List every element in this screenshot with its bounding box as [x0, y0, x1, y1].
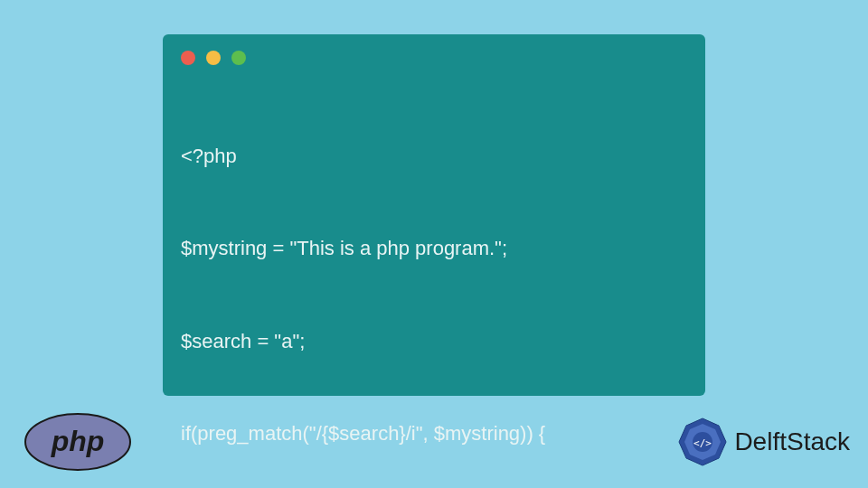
code-line: $mystring = "This is a php program."; [181, 233, 687, 264]
svg-point-9 [715, 455, 720, 459]
svg-point-10 [701, 461, 705, 465]
svg-point-7 [715, 426, 720, 430]
code-window: <?php $mystring = "This is a php program… [163, 34, 705, 396]
close-icon [181, 51, 195, 65]
minimize-icon [206, 51, 221, 65]
maximize-icon [231, 51, 246, 65]
php-logo-icon: php [24, 412, 132, 472]
svg-point-11 [686, 455, 691, 459]
delftstack-icon: </> [676, 416, 729, 468]
code-line: $search = "a"; [181, 326, 687, 357]
svg-point-8 [722, 440, 726, 445]
svg-text:</>: </> [693, 437, 712, 449]
window-controls [181, 51, 687, 65]
svg-point-12 [680, 440, 684, 445]
delftstack-label: DelftStack [734, 427, 850, 456]
svg-point-6 [701, 419, 705, 424]
svg-text:php: php [51, 425, 105, 457]
delftstack-logo: </> DelftStack [676, 416, 850, 468]
code-line: <?php [181, 141, 687, 172]
svg-point-13 [686, 426, 691, 430]
code-content: <?php $mystring = "This is a php program… [181, 80, 687, 488]
code-line: if(preg_match("/{$search}/i", $mystring)… [181, 418, 687, 449]
